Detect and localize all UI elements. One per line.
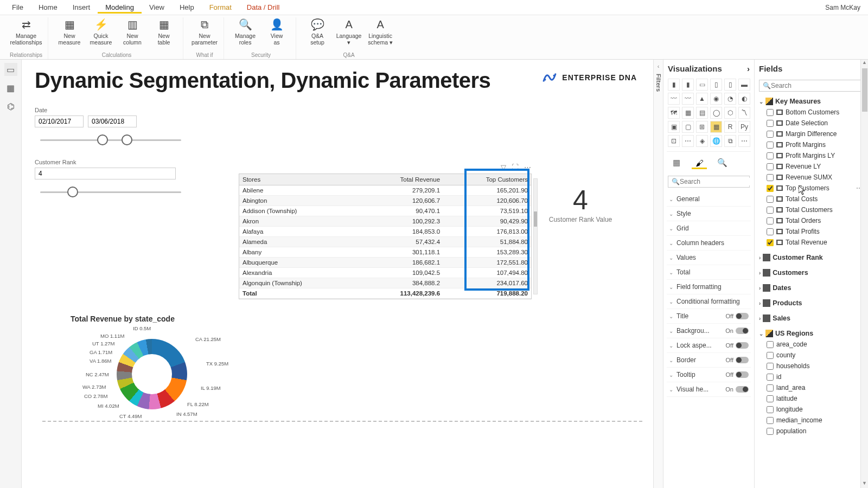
date-to-input[interactable] [88,115,137,127]
field-checkbox[interactable] [767,152,774,159]
viz-type-24[interactable]: ⊡ [668,135,680,147]
main-scrollbar[interactable]: ▲ ▼ [860,60,868,488]
table-header[interactable]: ⌄US Regions [759,328,864,339]
format-visual-he-[interactable]: ⌄Visual he...On [667,382,751,397]
viz-type-13[interactable]: ▦ [682,107,694,119]
table-row[interactable]: Alexandria109,042.5107,494.80 [239,268,531,278]
ribbon-view-as[interactable]: 👤Viewas [263,17,290,46]
field-checkbox[interactable] [767,120,774,127]
report-canvas[interactable]: Dynamic Segmentation, Dynamic Parameters… [22,60,653,488]
table-row[interactable]: Abilene279,209.1165,201.90 [239,185,531,196]
field-checkbox[interactable] [767,163,774,170]
viz-type-20[interactable]: ⊞ [696,121,708,133]
field-checkbox[interactable] [767,174,774,181]
ribbon-new-table[interactable]: ▦Newtable [150,17,177,46]
field-area_code[interactable]: area_code [759,339,864,350]
rank-slider-handle[interactable] [67,187,78,197]
field-bottom-customers[interactable]: Bottom Customers [759,107,864,118]
col-0[interactable]: Stores [239,174,359,185]
field-revenue-ly[interactable]: Revenue LY [759,161,864,172]
format-field-formatting[interactable]: ⌄Field formatting [667,280,751,294]
viz-type-5[interactable]: ▬ [738,79,750,91]
field-latitude[interactable]: latitude [759,393,864,404]
format-search-input[interactable] [680,178,754,185]
viz-type-22[interactable]: R [724,121,736,133]
menu-modeling[interactable]: Modeling [98,1,142,14]
field-profit-margins-ly[interactable]: Profit Margins LY [759,150,864,161]
field-total-profits[interactable]: Total Profits [759,226,864,237]
viz-type-14[interactable]: ▤ [696,107,708,119]
field-checkbox[interactable] [767,109,774,116]
field-profit-margins[interactable]: Profit Margins [759,139,864,150]
viz-type-11[interactable]: ◐ [738,93,750,105]
field-checkbox[interactable] [767,341,774,348]
viz-type-16[interactable]: ⬡ [724,107,736,119]
menu-insert[interactable]: Insert [65,1,98,14]
format-general[interactable]: ⌄General [667,192,751,207]
menu-view[interactable]: View [142,1,172,14]
field-checkbox[interactable] [767,374,774,381]
field-median_income[interactable]: median_income [759,415,864,426]
viz-type-2[interactable]: ▭ [696,79,708,91]
viz-collapse-icon[interactable]: › [747,64,750,73]
field-checkbox[interactable] [767,363,774,370]
fields-tab-icon[interactable]: ▦ [669,156,684,169]
field-checkbox[interactable] [767,142,774,149]
report-view-icon[interactable]: ▭ [4,63,17,76]
viz-type-26[interactable]: ◈ [696,135,708,147]
viz-type-29[interactable]: ⋯ [738,135,750,147]
fields-search-input[interactable] [771,82,860,89]
filters-collapsed[interactable]: ‹ Filters [653,60,663,488]
col-1[interactable]: Total Revenue [359,174,443,185]
viz-type-9[interactable]: ◉ [710,93,722,105]
table-header[interactable]: ›Products [759,298,864,309]
table-row[interactable]: Albany301,118.1153,289.30 [239,247,531,258]
field-checkbox[interactable] [767,196,774,203]
field-checkbox[interactable] [767,395,774,402]
field-checkbox[interactable] [767,352,774,359]
viz-type-15[interactable]: ◯ [710,107,722,119]
toggle[interactable]: Off [726,342,749,349]
field-margin-difference[interactable]: Margin Difference [759,129,864,139]
toggle[interactable]: Off [726,357,749,363]
field-land_area[interactable]: land_area [759,382,864,393]
menu-datadrill[interactable]: Data / Drill [239,1,288,14]
field-total-revenue[interactable]: Total Revenue [759,237,864,248]
viz-type-21[interactable]: ▦ [710,121,722,133]
field-total-costs[interactable]: Total Costs [759,194,864,204]
viz-type-27[interactable]: 🌐 [710,135,722,147]
format-column-headers[interactable]: ⌄Column headers [667,236,751,251]
format-lock-aspe-[interactable]: ⌄Lock aspe...Off [667,338,751,353]
viz-type-17[interactable]: 〽 [738,107,750,119]
menu-home[interactable]: Home [31,1,65,14]
field-top-customers[interactable]: Top Customers⋯ [759,183,864,194]
ribbon-language-[interactable]: ALanguage▾ [335,17,362,46]
viz-type-8[interactable]: ▲ [696,93,708,105]
table-header[interactable]: ›Sales [759,313,864,324]
viz-type-3[interactable]: ▯ [710,79,722,91]
focus-icon[interactable]: ⛶ [512,163,519,171]
field-checkbox[interactable] [767,228,774,235]
more-icon[interactable]: ⋯ [524,163,531,171]
viz-type-12[interactable]: 🗺 [668,107,680,119]
field-total-orders[interactable]: Total Orders [759,215,864,226]
slider-handle-to[interactable] [122,134,132,145]
viz-type-18[interactable]: ▣ [668,121,680,133]
field-id[interactable]: id [759,371,864,382]
viz-type-19[interactable]: ▢ [682,121,694,133]
field-households[interactable]: households [759,361,864,371]
menu-file[interactable]: File [4,1,31,14]
scroll-down-icon[interactable]: ▼ [861,480,868,488]
date-slider[interactable] [40,133,181,149]
format-values[interactable]: ⌄Values [667,251,751,265]
table-row[interactable]: Akron100,292.390,429.90 [239,216,531,227]
field-date-selection[interactable]: Date Selection [759,118,864,129]
ribbon-q-a-setup[interactable]: 💬Q&Asetup [304,17,331,46]
table-row[interactable]: Alameda57,432.451,884.80 [239,237,531,247]
table-row[interactable]: Algonquin (Township)384,888.2234,017.60 [239,278,531,288]
ribbon-quick-measure[interactable]: ⚡Quickmeasure [87,17,114,46]
stores-table-visual[interactable]: ▽ ⛶ ⋯ StoresTotal RevenueTop CustomersAb… [239,174,532,299]
table-row[interactable]: Albuquerque186,682.1172,551.80 [239,258,531,268]
analytics-tab-icon[interactable]: 🔍 [714,156,730,169]
date-slicer[interactable]: Date [35,107,197,149]
